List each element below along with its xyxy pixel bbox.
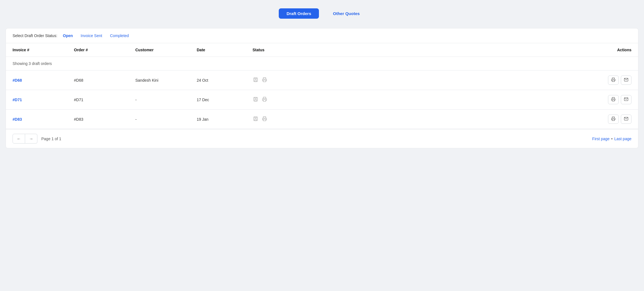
mail-action-d71[interactable]: [621, 95, 631, 104]
order-d71: #D71: [74, 98, 135, 102]
print-icon-d71[interactable]: [261, 96, 268, 103]
date-d68: 24 Oct: [197, 78, 253, 83]
next-page-button[interactable]: →: [25, 134, 37, 144]
first-page-link[interactable]: First page: [592, 137, 609, 141]
customer-d83: -: [135, 117, 197, 122]
col-date: Date: [197, 48, 253, 52]
order-d83: #D83: [74, 117, 135, 122]
col-invoice: Invoice #: [13, 48, 74, 52]
order-d68: #D68: [74, 78, 135, 83]
print-action-d83[interactable]: [608, 115, 619, 124]
status-icons-d68: [253, 77, 308, 84]
svg-rect-0: [254, 78, 258, 82]
invoice-link-d68[interactable]: #D68: [13, 78, 74, 83]
svg-rect-6: [612, 100, 614, 101]
status-filter-open[interactable]: Open: [61, 33, 75, 38]
save-icon-d68[interactable]: [253, 77, 259, 84]
status-filter-invoice-sent[interactable]: Invoice Sent: [78, 33, 104, 38]
pagination-right: First page • Last page: [592, 137, 631, 141]
other-quotes-tab[interactable]: Other Quotes: [327, 8, 365, 19]
actions-d68: [308, 76, 631, 85]
showing-count: Showing 3 draft orders: [6, 57, 638, 71]
date-d83: 19 Jan: [197, 117, 253, 122]
svg-rect-8: [254, 117, 258, 121]
print-icon-d83[interactable]: [261, 116, 268, 123]
main-card: Select Draft Order Status: Open Invoice …: [6, 28, 638, 148]
print-icon-d68[interactable]: [261, 77, 268, 84]
table-row: #D68 #D68 Sandesh Kini 24 Oct: [6, 71, 638, 90]
status-icons-d83: [253, 116, 308, 123]
date-d71: 17 Dec: [197, 98, 253, 102]
customer-d68: Sandesh Kini: [135, 78, 197, 83]
prev-page-button[interactable]: ←: [13, 134, 25, 144]
actions-d83: [308, 115, 631, 124]
mail-action-d83[interactable]: [621, 115, 631, 124]
status-icons-d71: [253, 96, 308, 103]
status-filter-label: Select Draft Order Status:: [13, 33, 57, 38]
print-action-d68[interactable]: [608, 76, 619, 85]
save-icon-d71[interactable]: [253, 96, 259, 103]
draft-orders-tab[interactable]: Draft Orders: [279, 8, 319, 19]
col-actions: Actions: [308, 48, 631, 52]
pagination-left: ← → Page 1 of 1: [13, 134, 61, 144]
top-navigation: Draft Orders Other Quotes: [6, 6, 638, 21]
svg-rect-1: [263, 80, 266, 82]
svg-rect-10: [612, 119, 614, 120]
svg-rect-2: [612, 80, 614, 81]
invoice-link-d71[interactable]: #D71: [13, 98, 74, 102]
col-order: Order #: [74, 48, 135, 52]
last-page-link[interactable]: Last page: [614, 137, 632, 141]
svg-rect-4: [254, 97, 258, 101]
invoice-link-d83[interactable]: #D83: [13, 117, 74, 122]
col-status: Status: [253, 48, 308, 52]
pagination-dot: •: [611, 137, 613, 141]
table-row: #D83 #D83 - 19 Jan: [6, 110, 638, 129]
svg-rect-9: [263, 119, 266, 121]
mail-action-d68[interactable]: [621, 76, 631, 85]
status-filter-row: Select Draft Order Status: Open Invoice …: [6, 28, 638, 43]
svg-rect-5: [263, 100, 266, 101]
actions-d71: [308, 95, 631, 104]
print-action-d71[interactable]: [608, 95, 619, 104]
col-customer: Customer: [135, 48, 197, 52]
status-filter-completed[interactable]: Completed: [108, 33, 131, 38]
save-icon-d83[interactable]: [253, 116, 259, 123]
page-info: Page 1 of 1: [41, 137, 61, 141]
table-row: #D71 #D71 - 17 Dec: [6, 90, 638, 110]
customer-d71: -: [135, 98, 197, 102]
pagination-row: ← → Page 1 of 1 First page • Last page: [6, 129, 638, 148]
table-header: Invoice # Order # Customer Date Status A…: [6, 43, 638, 57]
